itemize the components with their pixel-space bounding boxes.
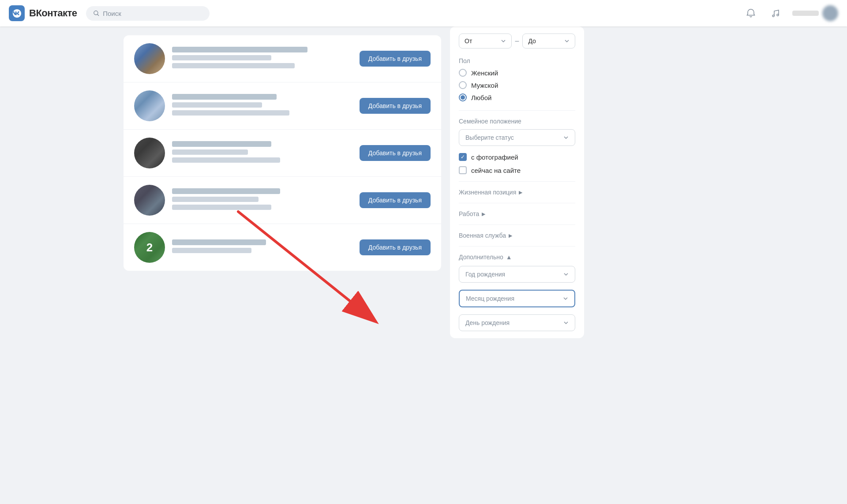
radio-label-any: Любой — [471, 94, 491, 101]
chevron-down-icon — [563, 272, 569, 277]
svg-point-1 — [772, 15, 774, 17]
life-position-label: Жизненная позиция — [459, 189, 516, 196]
header-icons — [743, 5, 838, 21]
birth-year-label: Год рождения — [465, 271, 505, 278]
notifications-icon[interactable] — [743, 5, 759, 21]
age-range-row: От – До — [459, 34, 575, 49]
person-info — [172, 239, 352, 256]
radio-item-male[interactable]: Мужской — [459, 81, 575, 89]
left-sidebar — [0, 26, 115, 504]
age-from-select[interactable]: От — [459, 34, 512, 49]
additional-section-title[interactable]: Дополнительно ▲ — [459, 254, 575, 261]
header-avatar[interactable] — [822, 5, 838, 21]
checkbox-online-label: сейчас на сайте — [471, 167, 521, 174]
person-detail-bar-2 — [172, 63, 295, 68]
checkbox-with-photo[interactable]: с фотографией — [459, 153, 575, 161]
chevron-down-icon — [501, 38, 506, 44]
person-item: Добавить в друзья — [124, 82, 441, 130]
add-friend-button[interactable]: Добавить в друзья — [360, 192, 431, 208]
checkbox-with-photo-label: с фотографией — [471, 153, 518, 161]
birth-day-select[interactable]: День рождения — [459, 314, 575, 331]
person-detail-bar — [172, 248, 251, 253]
vk-logo-icon — [9, 5, 25, 21]
family-status-label: Семейное положение — [459, 118, 575, 125]
work-label: Работа — [459, 210, 479, 217]
add-friend-button[interactable]: Добавить в друзья — [360, 145, 431, 161]
person-info — [172, 141, 352, 165]
chevron-right-icon: ▶ — [509, 233, 512, 239]
age-to-select[interactable]: До — [522, 34, 575, 49]
search-input[interactable] — [103, 10, 202, 17]
radio-item-any[interactable]: Любой — [459, 93, 575, 101]
search-bar[interactable] — [86, 6, 210, 21]
additional-label: Дополнительно — [459, 254, 503, 261]
chevron-down-icon — [563, 296, 568, 301]
logo-link[interactable]: ВКонтакте — [9, 5, 77, 21]
person-detail-bar — [172, 102, 262, 108]
person-detail-bar — [172, 55, 271, 60]
checkbox-group: с фотографией сейчас на сайте — [459, 153, 575, 174]
person-name-bar — [172, 188, 280, 194]
family-status-select[interactable]: Выберите статус — [459, 129, 575, 146]
content-area: Добавить в друзья Добавить в друзья — [115, 26, 450, 504]
person-detail-bar-2 — [172, 110, 289, 116]
divider — [459, 181, 575, 182]
header-user-area[interactable] — [792, 5, 838, 21]
age-from-label: От — [465, 37, 472, 45]
person-detail-bar — [172, 197, 259, 202]
person-detail-bar-2 — [172, 205, 271, 210]
radio-circle-female — [459, 69, 467, 77]
person-name-bar — [172, 47, 307, 52]
chevron-right-icon: ▶ — [482, 211, 485, 217]
chevron-down-icon — [563, 135, 569, 140]
military-label: Военная служба — [459, 232, 506, 239]
birth-month-label: Месяц рождения — [466, 295, 514, 302]
people-list: Добавить в друзья Добавить в друзья — [124, 35, 441, 271]
gender-radio-group: Женский Мужской Любой — [459, 69, 575, 101]
avatar[interactable] — [134, 185, 165, 216]
chevron-up-icon: ▲ — [506, 254, 512, 261]
checkbox-online[interactable]: сейчас на сайте — [459, 166, 575, 174]
person-item: 2 Добавить в друзья — [124, 224, 441, 271]
svg-point-2 — [777, 14, 779, 16]
chevron-right-icon: ▶ — [519, 190, 522, 195]
person-info — [172, 47, 352, 71]
add-friend-button[interactable]: Добавить в друзья — [360, 98, 431, 114]
main-container: Добавить в друзья Добавить в друзья — [0, 26, 847, 504]
life-position-section[interactable]: Жизненная позиция ▶ — [459, 189, 575, 196]
avatar[interactable]: 2 — [134, 232, 165, 263]
radio-circle-any — [459, 93, 467, 101]
radio-item-female[interactable]: Женский — [459, 69, 575, 77]
military-section[interactable]: Военная служба ▶ — [459, 232, 575, 239]
music-icon[interactable] — [768, 5, 783, 21]
add-friend-button[interactable]: Добавить в друзья — [360, 51, 431, 67]
family-status-placeholder: Выберите статус — [465, 134, 514, 141]
person-name-bar — [172, 239, 266, 245]
age-dash: – — [515, 37, 519, 45]
logo-text: ВКонтакте — [29, 7, 77, 19]
user-name-placeholder — [792, 11, 819, 16]
divider — [459, 246, 575, 246]
person-detail-bar-2 — [172, 157, 280, 163]
birth-month-select[interactable]: Месяц рождения — [459, 290, 575, 307]
person-name-bar — [172, 94, 277, 100]
checkbox-with-photo-box — [459, 153, 467, 161]
person-name-bar — [172, 141, 271, 147]
birth-year-select[interactable]: Год рождения — [459, 266, 575, 283]
divider — [459, 203, 575, 203]
person-detail-bar — [172, 149, 248, 155]
radio-label-male: Мужской — [471, 82, 498, 89]
chevron-down-icon — [564, 38, 570, 44]
divider — [459, 224, 575, 225]
work-section[interactable]: Работа ▶ — [459, 210, 575, 217]
chevron-down-icon — [563, 320, 569, 325]
person-item: Добавить в друзья — [124, 177, 441, 224]
person-info — [172, 188, 352, 213]
search-icon — [93, 10, 100, 17]
avatar[interactable] — [134, 138, 165, 168]
avatar[interactable] — [134, 43, 165, 74]
add-friend-button[interactable]: Добавить в друзья — [360, 239, 431, 255]
person-item: Добавить в друзья — [124, 35, 441, 82]
avatar[interactable] — [134, 90, 165, 121]
person-item: Добавить в друзья — [124, 130, 441, 177]
